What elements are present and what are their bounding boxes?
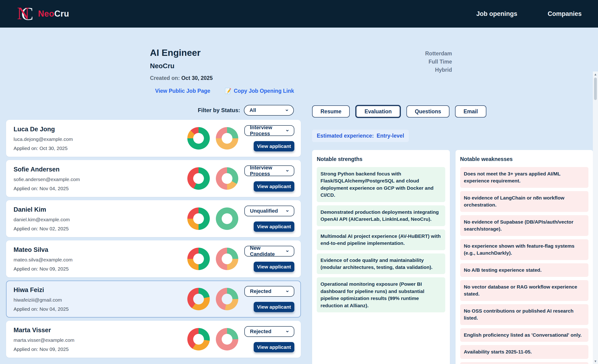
company-name: NeoCru [150,62,598,70]
view-applicant-button[interactable]: View applicant [254,222,294,232]
score-donut-left [187,127,210,149]
applicant-card[interactable]: Hiwa Feizi hiwafeiziii@gmail.com Applied… [6,281,301,317]
chevron-down-icon: ⌄ [285,329,290,331]
view-applicant-button[interactable]: View applicant [254,302,294,312]
chevron-down-icon: ⌄ [284,108,289,110]
weaknesses-title: Notable weaknesses [460,156,589,162]
chevron-down-icon: ⌄ [285,209,290,211]
filter-label: Filter by Status: [198,107,240,114]
tab-email[interactable]: Email [455,105,486,117]
applicant-status-select[interactable]: Unqualified ⌄ [244,206,294,216]
score-donut-right [216,288,238,310]
applicant-email: marta.visser@example.com [14,337,187,343]
estimated-experience-badge: Estimated experience: Entry-level [312,130,409,142]
applicant-status-value: Interview Process [250,124,285,137]
score-donut-right [216,248,238,270]
strengths-title: Notable strengths [317,156,445,162]
job-employment-type: Full Time [425,59,452,65]
applicant-applied-date: Applied on: Nov 09, 2025 [14,266,187,272]
applicant-list: Luca De Jong luca.dejong@example.com App… [6,120,301,358]
score-donut-left [187,207,210,230]
applicant-email: hiwafeiziii@gmail.com [14,297,187,303]
nav-job-openings[interactable]: Job openings [476,10,517,17]
applicant-name: Sofie Andersen [14,166,187,173]
score-donut-left [187,288,210,310]
applicant-applied-date: Applied on: Oct 30, 2025 [14,146,187,151]
view-applicant-button[interactable]: View applicant [254,342,294,352]
status-filter-select[interactable]: All ⌄ [244,105,294,116]
scroll-up-arrow[interactable]: ▲ [593,72,598,77]
weakness-item: Does not meet the 3+ years applied AI/ML… [460,167,589,188]
copy-job-opening-link[interactable]: 📝 Copy Job Opening Link [225,88,294,94]
applicant-status-value: Unqualified [250,208,278,214]
applicant-status-select[interactable]: Rejected ⌄ [244,286,294,297]
job-meta: Rotterdam Full Time Hybrid [425,50,452,75]
app-header: C N NeoCru Job openings Companies [0,0,598,28]
applicant-card[interactable]: Daniel Kim daniel.kim@example.com Applie… [6,200,301,237]
view-applicant-button[interactable]: View applicant [254,262,294,272]
job-links: View Public Job Page 📝 Copy Job Opening … [155,88,598,94]
applicant-status-value: Rejected [250,288,271,294]
applicant-name: Hiwa Feizi [14,286,187,294]
applicant-name: Mateo Silva [14,246,187,254]
score-donut-right [216,328,238,350]
neocru-logo-icon: C N [17,4,35,24]
weakness-item: No A/B testing experience stated. [460,263,589,277]
weakness-item: No OSS contributions or published AI res… [460,304,589,325]
nav-companies[interactable]: Companies [548,10,582,17]
applicant-applied-date: Applied on: Nov 02, 2025 [14,226,187,232]
applicant-status-select[interactable]: New Candidate ⌄ [244,246,294,256]
brand-name: NeoCru [38,9,69,19]
view-public-job-page-link[interactable]: View Public Job Page [155,88,210,94]
notable-strengths-panel: Notable strengths Strong Python backend … [312,150,450,364]
tab-resume[interactable]: Resume [312,105,350,117]
scrollbar-thumb[interactable] [594,78,597,100]
applicant-list-column: Filter by Status: All ⌄ Luca De Jong luc… [6,105,301,361]
weakness-item: No experience shown with feature-flag sy… [460,239,589,260]
strength-item: Evidence of code quality and maintainabi… [317,254,445,274]
tab-evaluation[interactable]: Evaluation [355,105,401,118]
strength-item: Strong Python backend focus with Flask/S… [317,167,445,202]
memo-icon: 📝 [225,88,232,94]
score-donut-left [187,248,210,270]
strength-item: Operational monitoring exposure (Power B… [317,277,445,312]
chevron-down-icon: ⌄ [285,168,290,171]
applicant-status-select[interactable]: Rejected ⌄ [244,326,294,337]
score-donut-left [187,167,210,190]
applicant-card[interactable]: Mateo Silva mateo.silva@example.com Appl… [6,240,301,277]
applicant-applied-date: Applied on: Nov 09, 2025 [14,347,187,352]
scroll-down-arrow[interactable]: ▼ [593,358,598,364]
evaluation-column: ResumeEvaluationQuestionsEmail Estimated… [312,105,593,364]
status-filter-value: All [249,107,256,113]
applicant-name: Marta Visser [14,327,187,334]
applicant-status-select[interactable]: Interview Process ⌄ [244,165,294,176]
chevron-down-icon: ⌄ [285,289,290,291]
applicant-status-select[interactable]: Interview Process ⌄ [244,125,294,136]
view-applicant-button[interactable]: View applicant [254,141,294,151]
brand-logo[interactable]: C N NeoCru [17,4,69,24]
applicant-card[interactable]: Marta Visser marta.visser@example.com Ap… [6,321,301,358]
applicant-name: Daniel Kim [14,206,187,213]
applicant-email: daniel.kim@example.com [14,217,187,223]
applicant-email: sofie.andersen@example.com [14,177,187,182]
job-location: Rotterdam [425,50,452,57]
chevron-down-icon: ⌄ [285,128,290,131]
applicant-applied-date: Applied on: Nov 04, 2025 [14,306,187,312]
weakness-item: Cover letter content is minimal ('g'). [460,362,589,364]
weakness-item: No evidence of Supabase (DB/APIs/auth/ve… [460,215,589,236]
applicant-card[interactable]: Sofie Andersen sofie.andersen@example.co… [6,160,301,197]
applicant-name: Luca De Jong [14,126,187,133]
job-header: AI Engineer NeoCru Created on: Oct 30, 2… [150,48,598,94]
weakness-item: Availability starts 2025-11-05. [460,345,589,359]
job-work-mode: Hybrid [425,67,452,73]
created-on: Created on: Oct 30, 2025 [150,75,598,81]
filter-row: Filter by Status: All ⌄ [6,105,301,116]
tab-questions[interactable]: Questions [407,105,449,117]
main-nav: Job openings Companies [476,10,582,17]
score-donut-left [187,328,210,350]
detail-tabs: ResumeEvaluationQuestionsEmail [312,105,593,118]
score-donut-right [216,127,238,149]
weakness-item: No evidence of LangChain or n8n workflow… [460,191,589,212]
applicant-card[interactable]: Luca De Jong luca.dejong@example.com App… [6,120,301,157]
view-applicant-button[interactable]: View applicant [254,181,294,191]
